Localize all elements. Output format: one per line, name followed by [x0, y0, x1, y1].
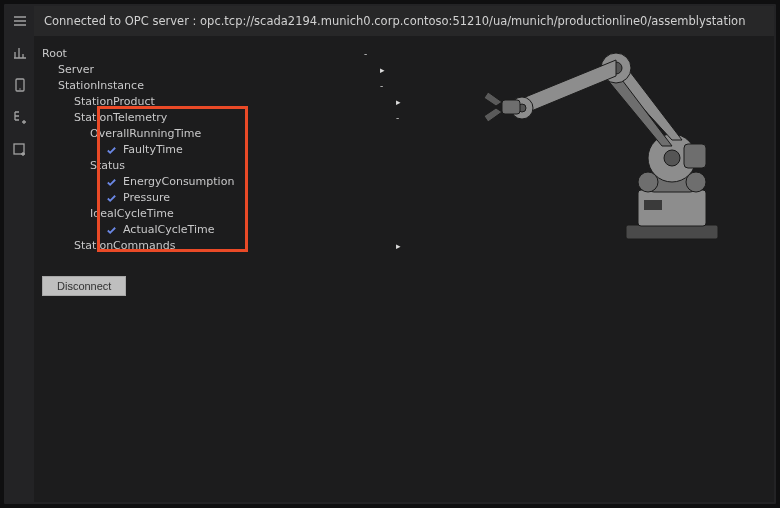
tree-label: StationProduct	[74, 95, 155, 108]
checkmark-icon	[106, 177, 117, 188]
tree-label: ActualCycleTime	[123, 222, 214, 238]
expand-icon[interactable]: ▸	[396, 94, 401, 110]
tree-add-icon[interactable]	[11, 108, 29, 126]
tree-node-station-commands[interactable]: StationCommands ▸	[42, 238, 426, 254]
robot-arm-icon	[466, 40, 746, 250]
tree-label: Root	[42, 47, 67, 60]
checkmark-icon	[106, 225, 117, 236]
disconnect-button[interactable]: Disconnect	[42, 276, 126, 296]
opc-tree: Root - Server ▸ StationInstance -	[42, 46, 426, 502]
unexpanded-indicator: -	[364, 46, 367, 62]
add-icon[interactable]	[11, 140, 29, 158]
unexpanded-indicator: -	[380, 78, 383, 94]
main-panel: Connected to OPC server : opc.tcp://scad…	[34, 6, 774, 502]
tree-node-overall-running[interactable]: OverallRunningTime	[42, 126, 426, 142]
tree-label: StationCommands	[74, 239, 175, 252]
tree-node-status[interactable]: Status	[42, 158, 426, 174]
tree-label: Status	[90, 159, 125, 172]
tree-node-actual-cycle[interactable]: ActualCycleTime	[42, 222, 426, 238]
tree-node-station-product[interactable]: StationProduct ▸	[42, 94, 426, 110]
expand-icon[interactable]: ▸	[380, 62, 385, 78]
tree-label: OverallRunningTime	[90, 127, 201, 140]
unexpanded-indicator: -	[396, 110, 399, 126]
tablet-icon[interactable]	[11, 76, 29, 94]
app-frame: Connected to OPC server : opc.tcp://scad…	[4, 4, 776, 504]
tree-label: IdealCycleTime	[90, 207, 174, 220]
hamburger-icon[interactable]	[11, 12, 29, 30]
tree-label: StationTelemetry	[74, 111, 167, 124]
tree-node-server[interactable]: Server ▸	[42, 62, 426, 78]
tree-node-station-instance[interactable]: StationInstance -	[42, 78, 426, 94]
checkmark-icon	[106, 145, 117, 156]
tree-node-root[interactable]: Root -	[42, 46, 426, 62]
tree-label: Pressure	[123, 190, 170, 206]
tree-node-station-telemetry[interactable]: StationTelemetry -	[42, 110, 426, 126]
tree-label: Server	[58, 63, 94, 76]
disconnect-container: Disconnect	[42, 276, 126, 296]
content-area: Root - Server ▸ StationInstance -	[34, 36, 774, 502]
tree-node-energy[interactable]: EnergyConsumption	[42, 174, 426, 190]
tree-label: StationInstance	[58, 79, 144, 92]
tree-node-ideal-cycle[interactable]: IdealCycleTime	[42, 206, 426, 222]
tree-label: FaultyTime	[123, 142, 183, 158]
svg-rect-18	[684, 144, 706, 168]
chart-icon[interactable]	[11, 44, 29, 62]
svg-rect-4	[644, 200, 662, 210]
checkmark-icon	[106, 193, 117, 204]
sidebar-rail	[6, 6, 34, 502]
robot-illustration-panel	[446, 46, 766, 502]
expand-icon[interactable]: ▸	[396, 238, 401, 254]
tree-label: EnergyConsumption	[123, 174, 234, 190]
svg-point-9	[664, 150, 680, 166]
svg-rect-17	[502, 100, 520, 114]
connection-header: Connected to OPC server : opc.tcp://scad…	[34, 6, 774, 36]
tree-node-faulty-time[interactable]: FaultyTime	[42, 142, 426, 158]
svg-rect-2	[626, 225, 718, 239]
tree-node-pressure[interactable]: Pressure	[42, 190, 426, 206]
connection-status-text: Connected to OPC server : opc.tcp://scad…	[44, 14, 745, 28]
